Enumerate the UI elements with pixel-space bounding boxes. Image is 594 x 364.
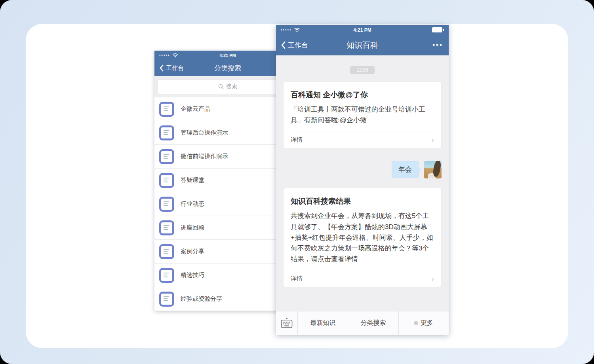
detail-label: 详情 bbox=[291, 136, 303, 144]
keyboard-icon bbox=[281, 318, 293, 329]
category-doc-icon bbox=[159, 102, 174, 117]
chevron-right-icon: › bbox=[431, 136, 434, 144]
search-result-message-card: 知识百科搜索结果 共搜索到企业年会，从筹备到现场，有这5个工具就够了、【年会方案… bbox=[283, 188, 442, 287]
user-message-row: 年会 bbox=[283, 161, 442, 178]
list-item-label: 管理后台操作演示 bbox=[181, 129, 228, 136]
toolbar-item-label: 更多 bbox=[421, 319, 433, 327]
bottom-toolbar: 最新知识 分类搜索 更多 bbox=[276, 311, 449, 335]
back-label: 工作台 bbox=[288, 41, 308, 50]
list-item-label: 讲座回顾 bbox=[181, 224, 204, 231]
page-background: ••••• 4:21 PM 工作台 分类搜索 bbox=[0, 0, 594, 364]
status-time: 4:21 PM bbox=[276, 27, 449, 33]
category-doc-icon bbox=[159, 268, 174, 283]
message-body: 「培训工具丨两款不可错过的企业号培训小工具」有新问答啦:@企小微 bbox=[291, 104, 434, 125]
right-phone-screenshot: ••••• 4:21 PM 工作台 bbox=[276, 25, 449, 335]
category-doc-icon bbox=[159, 220, 174, 235]
toolbar-item-label: 分类搜索 bbox=[360, 319, 386, 327]
list-item-label: 企微云产品 bbox=[181, 105, 210, 113]
chat-timestamp: 12:59 bbox=[350, 66, 375, 74]
message-title: 百科通知 企小微@了你 bbox=[291, 90, 434, 100]
message-body: 共搜索到企业年会，从筹备到现场，有这5个工具就够了、【年会方案】酷炫的3D动画大… bbox=[291, 210, 434, 264]
toolbar-item-more[interactable]: 更多 bbox=[398, 311, 449, 335]
toolbar-item-latest-knowledge[interactable]: 最新知识 bbox=[298, 311, 348, 335]
chevron-right-icon: › bbox=[431, 275, 434, 282]
detail-label: 详情 bbox=[291, 275, 303, 282]
search-icon bbox=[218, 84, 224, 89]
category-doc-icon bbox=[159, 292, 174, 307]
category-doc-icon bbox=[159, 173, 174, 188]
detail-link[interactable]: 详情 › bbox=[291, 270, 434, 287]
back-label: 工作台 bbox=[166, 64, 184, 72]
notice-message-card: 百科通知 企小微@了你 「培训工具丨两款不可错过的企业号培训小工具」有新问答啦:… bbox=[283, 82, 442, 148]
more-menu-icon bbox=[414, 321, 418, 325]
list-item-label: 行业动态 bbox=[181, 200, 204, 208]
back-chevron-icon bbox=[159, 64, 164, 72]
battery-icon bbox=[432, 27, 444, 32]
category-doc-icon bbox=[159, 125, 174, 140]
avatar bbox=[424, 161, 442, 178]
keyboard-toggle-button[interactable] bbox=[276, 311, 298, 335]
list-item-label: 经验或资源分享 bbox=[181, 295, 222, 303]
right-nav-bar: 工作台 知识百科 ••• bbox=[276, 35, 449, 55]
detail-link[interactable]: 详情 › bbox=[291, 131, 434, 148]
category-doc-icon bbox=[159, 197, 174, 212]
back-chevron-icon bbox=[281, 41, 286, 49]
back-button[interactable]: 工作台 bbox=[276, 41, 313, 50]
list-item-label: 案例分享 bbox=[181, 248, 204, 255]
user-message-bubble: 年会 bbox=[392, 161, 419, 178]
list-item-label: 精选技巧 bbox=[181, 271, 204, 279]
search-placeholder: 搜索 bbox=[226, 83, 237, 90]
right-status-bar: ••••• 4:21 PM bbox=[276, 25, 449, 35]
toolbar-item-category-search[interactable]: 分类搜索 bbox=[348, 311, 398, 335]
list-item-label: 答疑课堂 bbox=[181, 176, 204, 184]
ellipsis-menu-icon[interactable]: ••• bbox=[427, 41, 449, 49]
message-title: 知识百科搜索结果 bbox=[291, 196, 434, 207]
category-doc-icon bbox=[159, 149, 174, 164]
chat-area: 12:59 百科通知 企小微@了你 「培训工具丨两款不可错过的企业号培训小工具」… bbox=[276, 55, 449, 311]
toolbar-item-label: 最新知识 bbox=[310, 319, 335, 327]
list-item-label: 微信前端操作演示 bbox=[181, 153, 228, 160]
back-button[interactable]: 工作台 bbox=[154, 64, 188, 72]
category-doc-icon bbox=[159, 244, 174, 259]
